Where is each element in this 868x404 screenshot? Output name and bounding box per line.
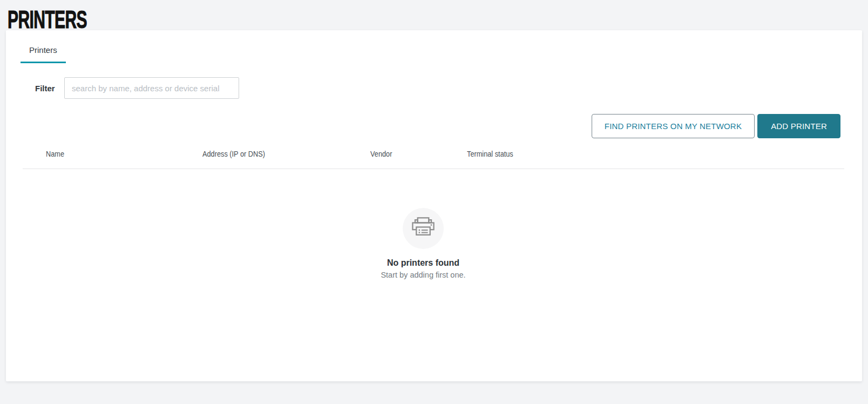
column-header-vendor: Vendor [370,149,467,158]
column-header-terminal-status: Terminal status [467,149,844,158]
add-printer-button[interactable]: ADD PRINTER [757,114,840,138]
page-header: PRINTERS [0,0,868,30]
printers-card: Printers Filter FIND PRINTERS ON MY NETW… [6,30,862,381]
empty-state: No printers found Start by adding first … [6,208,840,279]
page-title: PRINTERS [8,4,87,34]
tab-bar: Printers [6,30,862,63]
filter-row: Filter [6,77,862,99]
printer-icon [412,217,435,240]
empty-state-subtitle: Start by adding first one. [6,271,840,279]
filter-label: Filter [35,84,64,93]
tab-printers-label: Printers [29,45,57,55]
filter-search-input[interactable] [64,77,239,99]
printers-table-header: Name Address (IP or DNS) Vendor Terminal… [23,138,844,169]
column-header-name: Name [46,149,202,158]
empty-state-circle [403,208,444,249]
find-printers-on-network-button[interactable]: FIND PRINTERS ON MY NETWORK [592,114,755,138]
tab-printers[interactable]: Printers [21,45,66,63]
column-header-address: Address (IP or DNS) [202,149,370,158]
empty-state-title: No printers found [6,258,840,268]
actions-row: FIND PRINTERS ON MY NETWORK ADD PRINTER [6,114,862,138]
